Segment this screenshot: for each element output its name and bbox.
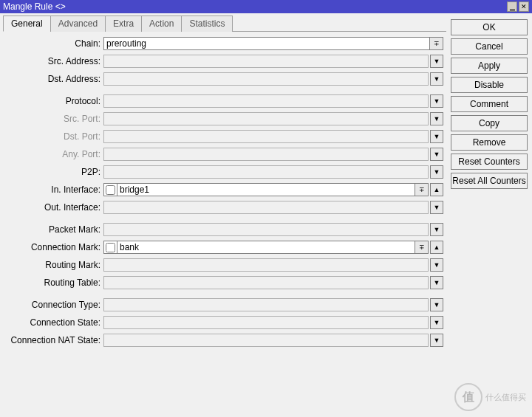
- src-port-label: Src. Port:: [6, 114, 103, 124]
- close-icon[interactable]: ✕: [519, 1, 529, 12]
- dst-address-label: Dst. Address:: [6, 74, 103, 84]
- dst-port-expand-icon[interactable]: ▼: [430, 130, 443, 143]
- watermark-badge: 值: [454, 383, 482, 411]
- connection-type-label: Connection Type:: [6, 300, 103, 310]
- src-address-input[interactable]: [103, 55, 429, 68]
- dst-port-input: [103, 130, 429, 143]
- connection-state-label: Connection State:: [6, 317, 103, 328]
- connection-state-expand-icon[interactable]: ▼: [430, 316, 443, 329]
- tab-general[interactable]: General: [3, 15, 51, 32]
- window-title: Mangle Rule <>: [3, 1, 507, 12]
- tab-bar: General Advanced Extra Action Statistics: [3, 15, 446, 32]
- connection-mark-collapse-icon[interactable]: ▲: [430, 241, 443, 254]
- src-port-expand-icon[interactable]: ▼: [430, 112, 443, 125]
- connection-nat-state-expand-icon[interactable]: ▼: [430, 334, 443, 347]
- routing-table-label: Routing Table:: [6, 278, 103, 288]
- action-buttons: OK Cancel Apply Disable Comment Copy Rem…: [449, 13, 532, 417]
- connection-state-input[interactable]: [103, 316, 429, 329]
- watermark-text: 什么值得买: [485, 392, 526, 403]
- connection-type-expand-icon[interactable]: ▼: [430, 298, 443, 311]
- tab-statistics[interactable]: Statistics: [181, 15, 233, 32]
- apply-button[interactable]: Apply: [451, 58, 528, 74]
- connection-mark-invert-checkbox[interactable]: [103, 241, 117, 254]
- watermark: 值 什么值得买: [454, 383, 526, 411]
- remove-button[interactable]: Remove: [451, 134, 528, 151]
- cancel-button[interactable]: Cancel: [451, 38, 528, 55]
- in-interface-invert-checkbox[interactable]: [103, 183, 117, 196]
- connection-mark-label: Connection Mark:: [6, 242, 103, 252]
- packet-mark-input[interactable]: [103, 223, 429, 236]
- ok-button[interactable]: OK: [451, 19, 528, 35]
- p2p-expand-icon[interactable]: ▼: [430, 165, 443, 179]
- routing-mark-input[interactable]: [103, 258, 429, 272]
- connection-mark-dropdown-icon[interactable]: ∓: [415, 241, 429, 254]
- routing-table-input[interactable]: [103, 276, 429, 289]
- chain-dropdown-icon[interactable]: ∓: [430, 37, 443, 50]
- minimize-icon[interactable]: ▁: [507, 1, 517, 12]
- in-interface-input[interactable]: bridge1: [117, 183, 415, 196]
- any-port-label: Any. Port:: [6, 149, 103, 159]
- reset-counters-button[interactable]: Reset Counters: [451, 154, 528, 170]
- connection-mark-input[interactable]: bank: [117, 241, 415, 254]
- p2p-input[interactable]: [103, 165, 429, 179]
- protocol-input[interactable]: [103, 94, 429, 108]
- reset-all-counters-button[interactable]: Reset All Counters: [451, 173, 528, 189]
- tab-action[interactable]: Action: [141, 15, 182, 32]
- out-interface-expand-icon[interactable]: ▼: [430, 201, 443, 214]
- tab-advanced[interactable]: Advanced: [50, 15, 106, 32]
- any-port-input: [103, 148, 429, 161]
- connection-type-input[interactable]: [103, 298, 429, 311]
- disable-button[interactable]: Disable: [451, 77, 528, 93]
- comment-button[interactable]: Comment: [451, 96, 528, 112]
- dst-address-input[interactable]: [103, 72, 429, 86]
- tab-extra[interactable]: Extra: [105, 15, 142, 32]
- connection-nat-state-label: Connection NAT State:: [6, 335, 103, 345]
- out-interface-label: Out. Interface:: [6, 202, 103, 213]
- in-interface-collapse-icon[interactable]: ▲: [430, 183, 443, 196]
- in-interface-dropdown-icon[interactable]: ∓: [415, 183, 429, 196]
- dst-address-expand-icon[interactable]: ▼: [430, 72, 443, 86]
- dst-port-label: Dst. Port:: [6, 131, 103, 142]
- routing-table-expand-icon[interactable]: ▼: [430, 276, 443, 289]
- routing-mark-expand-icon[interactable]: ▼: [430, 258, 443, 272]
- window-controls: ▁ ✕: [507, 1, 529, 12]
- packet-mark-label: Packet Mark:: [6, 224, 103, 235]
- out-interface-input[interactable]: [103, 201, 429, 214]
- protocol-expand-icon[interactable]: ▼: [430, 94, 443, 108]
- protocol-label: Protocol:: [6, 96, 103, 106]
- packet-mark-expand-icon[interactable]: ▼: [430, 223, 443, 236]
- src-port-input: [103, 112, 429, 125]
- src-address-expand-icon[interactable]: ▼: [430, 55, 443, 68]
- chain-label: Chain:: [6, 38, 103, 49]
- p2p-label: P2P:: [6, 167, 103, 177]
- src-address-label: Src. Address:: [6, 56, 103, 66]
- copy-button[interactable]: Copy: [451, 115, 528, 131]
- routing-mark-label: Routing Mark:: [6, 260, 103, 270]
- titlebar: Mangle Rule <> ▁ ✕: [0, 0, 532, 13]
- in-interface-label: In. Interface:: [6, 185, 103, 195]
- chain-input[interactable]: prerouting: [103, 37, 430, 50]
- form-panel: General Advanced Extra Action Statistics…: [0, 13, 449, 417]
- any-port-expand-icon[interactable]: ▼: [430, 148, 443, 161]
- connection-nat-state-input[interactable]: [103, 334, 429, 347]
